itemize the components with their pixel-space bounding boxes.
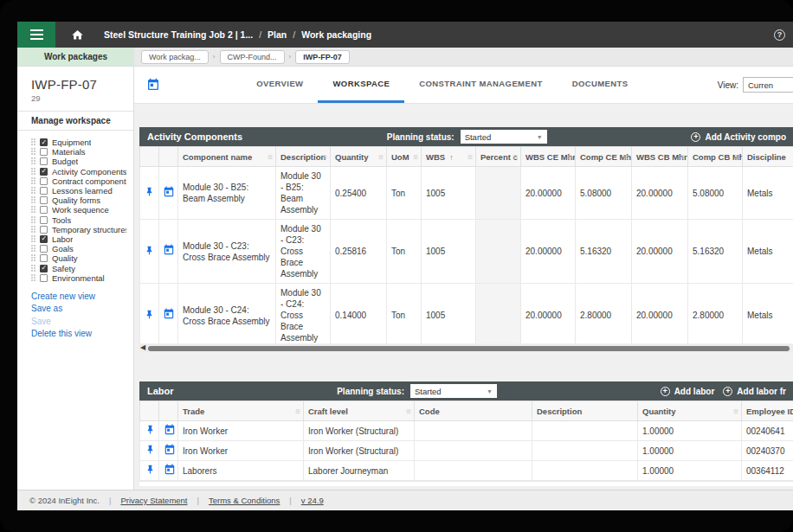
workspace-item-lessons-learned[interactable]: Lessons learned (31, 186, 126, 195)
checkbox[interactable] (40, 187, 48, 195)
checkbox[interactable] (40, 245, 48, 253)
add-labor-button[interactable]: + Add labor (661, 387, 715, 396)
cell-percent[interactable] (476, 220, 521, 284)
scrollbar-thumb[interactable] (148, 346, 790, 351)
breadcrumb-project[interactable]: Steel Structure Training Job 2 | 1... (104, 29, 253, 40)
drag-handle-icon[interactable] (31, 177, 35, 185)
pin-button[interactable] (140, 441, 159, 461)
cell-discipline[interactable]: Metals (743, 167, 793, 220)
column-menu-icon[interactable]: ≡ (567, 152, 572, 162)
crumb-chip-cwp[interactable]: CWP-Found... (220, 50, 285, 64)
pin-button[interactable] (140, 461, 159, 481)
drag-handle-icon[interactable] (31, 187, 35, 195)
horizontal-scrollbar[interactable]: ◀ (139, 344, 793, 352)
cell-wbs-cb-mhr[interactable]: 20.00000 (632, 167, 688, 220)
scroll-left-arrow-icon[interactable]: ◀ (140, 343, 145, 352)
column-header-wbs-ce-mhr[interactable]: WBS CE Mhr≡ (521, 147, 576, 167)
cell-percent[interactable] (476, 167, 521, 220)
planning-status-dropdown[interactable]: Started ▼ (461, 130, 547, 144)
cell-trade[interactable]: Laborers (178, 461, 304, 481)
cell-discipline[interactable]: Metals (743, 284, 793, 344)
cell-wbs[interactable]: 1005 (422, 220, 476, 284)
checkbox[interactable] (40, 265, 48, 272)
planning-calendar-button[interactable] (146, 67, 160, 103)
cell-employee-id[interactable]: 00240370 (742, 441, 793, 461)
checkbox[interactable] (40, 274, 48, 282)
drag-handle-icon[interactable] (31, 148, 35, 156)
column-header-craft-level[interactable]: Craft level≡ (304, 401, 415, 421)
cell-wbs-cb-mhr[interactable]: 20.00000 (632, 284, 688, 344)
tab-documents[interactable]: DOCUMENTS (558, 67, 643, 103)
calendar-button[interactable] (159, 220, 178, 284)
home-button[interactable] (61, 22, 93, 48)
column-header-code[interactable]: Code (415, 401, 532, 421)
cell-component[interactable]: Module 30 - C24: Cross Brace Assembly (178, 284, 276, 344)
delete-this-view-link[interactable]: Delete this view (31, 329, 126, 338)
calendar-button[interactable] (159, 167, 178, 220)
cell-uom[interactable]: Ton (387, 167, 422, 220)
workspace-item-temporary-structures[interactable]: Temporary structures (31, 225, 126, 234)
column-menu-icon[interactable]: ≡ (733, 407, 738, 416)
checkbox[interactable] (40, 168, 48, 176)
calendar-button[interactable] (159, 421, 178, 441)
workspace-item-quality-forms[interactable]: Quality forms (31, 195, 126, 205)
pin-button[interactable] (140, 220, 159, 284)
checkbox[interactable] (40, 148, 48, 156)
workspace-item-budget[interactable]: Budget (31, 157, 126, 166)
calendar-button[interactable] (159, 441, 178, 461)
cell-component[interactable]: Module 30 - B25: Beam Assembly (178, 167, 276, 220)
cell-description[interactable] (532, 421, 638, 441)
cell-comp-cb-mhr[interactable]: 5.08000 (688, 167, 743, 220)
drag-handle-icon[interactable] (31, 265, 35, 272)
workspace-item-materials[interactable]: Materials (31, 147, 126, 157)
breadcrumb-page[interactable]: Work packaging (301, 29, 371, 40)
workspace-item-labor[interactable]: Labor (31, 234, 126, 244)
cell-component[interactable]: Module 30 - C23: Cross Brace Assembly (178, 220, 276, 284)
calendar-button[interactable] (159, 461, 178, 481)
cell-comp-ce-mhr[interactable]: 5.08000 (576, 167, 632, 220)
cell-wbs-ce-mhr[interactable]: 20.00000 (521, 284, 576, 344)
hamburger-menu-button[interactable] (17, 22, 55, 48)
workspace-item-goals[interactable]: Goals (31, 244, 126, 253)
cell-craft-level[interactable]: Iron Worker (Structural) (304, 441, 415, 461)
calendar-button[interactable] (159, 284, 178, 344)
cell-quantity[interactable]: 1.00000 (638, 461, 742, 481)
pin-button[interactable] (140, 284, 159, 344)
cell-quantity[interactable]: 1.00000 (638, 421, 742, 441)
cell-comp-cb-mhr[interactable]: 2.80000 (688, 284, 743, 344)
drag-handle-icon[interactable] (31, 206, 35, 214)
cell-craft-level[interactable]: Laborer Journeyman (304, 461, 415, 481)
column-header-quantity[interactable]: Quantity≡ (638, 401, 742, 421)
cell-description[interactable]: Module 30 - C24: Cross Brace Assembly (276, 284, 331, 344)
workspace-item-equipment[interactable]: Equipment (31, 138, 126, 147)
cell-comp-ce-mhr[interactable]: 2.80000 (576, 284, 632, 344)
drag-handle-icon[interactable] (31, 274, 35, 282)
column-header-wbs[interactable]: WBS↑≡ (422, 147, 476, 167)
checkbox[interactable] (40, 216, 48, 224)
crumb-chip-iwp[interactable]: IWP-FP-07 (295, 50, 350, 64)
add-labor-from-button[interactable]: + Add labor fr (723, 387, 786, 396)
cell-uom[interactable]: Ton (387, 284, 422, 344)
cell-wbs[interactable]: 1005 (422, 284, 476, 344)
column-menu-icon[interactable]: ≡ (378, 152, 384, 162)
drag-handle-icon[interactable] (31, 254, 35, 262)
tab-overview[interactable]: OVERVIEW (242, 67, 318, 103)
cell-wbs[interactable]: 1005 (422, 167, 476, 220)
checkbox[interactable] (40, 235, 48, 243)
column-menu-icon[interactable]: ≡ (268, 152, 273, 162)
cell-description[interactable] (532, 461, 638, 481)
cell-uom[interactable]: Ton (387, 220, 422, 284)
column-menu-icon[interactable]: ≡ (623, 152, 629, 162)
checkbox[interactable] (40, 157, 48, 165)
pin-button[interactable] (140, 421, 159, 441)
column-menu-icon[interactable]: ≡ (413, 152, 418, 162)
column-header-description[interactable]: Description≡ (276, 147, 331, 167)
column-header-percent-c[interactable]: Percent c≡ (476, 147, 521, 167)
checkbox[interactable] (40, 177, 48, 185)
cell-wbs-cb-mhr[interactable]: 20.00000 (632, 220, 688, 284)
planning-status-dropdown[interactable]: Started ▼ (410, 384, 497, 398)
breadcrumb-section[interactable]: Plan (268, 29, 287, 40)
cell-quantity[interactable]: 0.14000 (331, 284, 387, 344)
drag-handle-icon[interactable] (31, 138, 35, 146)
drag-handle-icon[interactable] (31, 235, 35, 243)
